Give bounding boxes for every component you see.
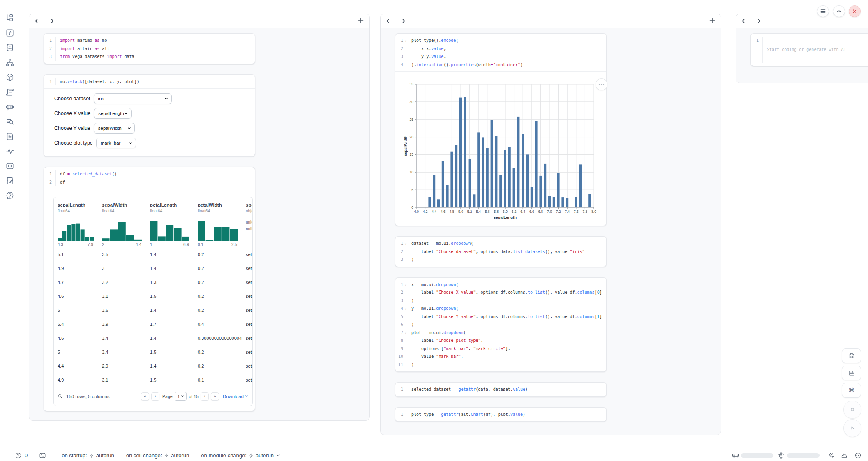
column-range: 24.4	[102, 242, 146, 247]
svg-text:5.8: 5.8	[494, 210, 499, 214]
ai-chat-icon[interactable]	[5, 102, 14, 111]
table-row: 4.42.91.40.2setosa	[54, 359, 252, 373]
page-select[interactable]: 1	[175, 392, 187, 401]
gear-icon	[836, 9, 842, 14]
table-cell: 0.2	[194, 252, 242, 257]
code-line: plot_type().encode(	[411, 37, 523, 45]
keyboard-shortcuts-button[interactable]: ⌘	[842, 383, 861, 398]
code-cell-imports[interactable]: 123import marimo as moimport altair as a…	[44, 33, 255, 64]
empty-code-cell[interactable]: 1 Start coding or generate with AI	[750, 33, 868, 66]
table-cell: setosa	[242, 294, 253, 299]
chart-options-button[interactable]	[596, 78, 607, 90]
connection-status-button[interactable]	[854, 452, 861, 459]
download-button[interactable]: Download	[223, 394, 249, 399]
table-column-header[interactable]: petalWidthfloat640.12.5	[194, 203, 242, 247]
table-cell: 1.5	[146, 294, 194, 299]
bar-chart[interactable]: 4.04.24.44.64.85.05.25.45.65.86.06.26.46…	[395, 74, 606, 222]
code-cell-plot[interactable]: 1v234plot_type().encode( x=x.value, y=y.…	[395, 33, 607, 226]
scratchpad-icon[interactable]	[5, 88, 14, 97]
packages-icon[interactable]	[5, 73, 14, 82]
notes-icon[interactable]	[5, 176, 14, 185]
table-column-header[interactable]: petalLengthfloat6416.9	[146, 203, 194, 247]
code-cell-dataframe[interactable]: 12df = selected_dataset()df sepalLengthf…	[44, 167, 255, 411]
code-line: value="mark_bar",	[411, 353, 602, 361]
snippets-icon[interactable]	[5, 161, 14, 171]
shutdown-button[interactable]	[849, 5, 861, 17]
settings-button[interactable]	[833, 5, 845, 17]
column-move-right-button[interactable]	[50, 18, 55, 23]
add-cell-button[interactable]	[358, 18, 364, 23]
datasources-icon[interactable]	[5, 43, 14, 52]
notebook-column-1: 123import marimo as moimport altair as a…	[29, 14, 370, 421]
fold-chevron-icon[interactable]: v	[405, 305, 406, 313]
variables-icon[interactable]	[5, 28, 14, 37]
table-column-header[interactable]: speciesobjectunique:nulls:	[242, 203, 253, 247]
table-column-header[interactable]: sepalWidthfloat6424.4	[98, 203, 146, 247]
svg-text:sepalLength: sepalLength	[494, 215, 517, 219]
line-number: 11	[395, 361, 407, 369]
stop-kernel-button[interactable]	[843, 401, 861, 419]
editor-placeholder[interactable]: Start coding or generate with AI	[767, 46, 846, 54]
svg-text:4.8: 4.8	[449, 210, 454, 214]
column-move-right-button[interactable]	[401, 18, 406, 23]
ai-sparkles-button[interactable]	[828, 452, 835, 459]
fold-chevron-icon[interactable]: v	[405, 329, 406, 337]
fold-chevron-icon[interactable]: v	[405, 37, 406, 45]
svg-text:5.6: 5.6	[485, 210, 490, 214]
column-move-left-button[interactable]	[741, 18, 746, 23]
terminal-button[interactable]	[39, 452, 46, 459]
file-explorer-icon[interactable]	[5, 14, 14, 23]
robot-icon	[840, 452, 848, 459]
table-column-header[interactable]: sepalLengthfloat644.37.9	[54, 203, 98, 247]
dataframe-table: sepalLengthfloat644.37.9sepalWidthfloat6…	[53, 197, 253, 406]
code-cell-vstack[interactable]: 1mo.vstack([dataset, x, y, plot]) Choose…	[44, 74, 255, 157]
save-button[interactable]	[842, 348, 861, 363]
table-row: 4.63.11.50.2setosa	[54, 289, 252, 303]
table-cell: setosa	[242, 266, 253, 271]
code-cell-xy-plot-dropdowns[interactable]: 1v234v567v891011x = mo.ui.dropdown( labe…	[395, 277, 607, 372]
dropdown-select[interactable]: sepalLength	[94, 108, 132, 119]
fold-chevron-icon[interactable]: v	[405, 240, 406, 248]
run-setting-value: autorun	[171, 452, 189, 459]
table-header-row: sepalLengthfloat644.37.9sepalWidthfloat6…	[54, 197, 252, 247]
page-total-label: of 15	[189, 394, 198, 399]
dependency-graph-icon[interactable]	[5, 58, 14, 67]
logs-icon[interactable]	[5, 117, 14, 126]
svg-text:5.2: 5.2	[467, 210, 472, 214]
stop-icon	[849, 406, 856, 413]
previous-page-button[interactable]: ‹	[151, 392, 159, 401]
column-dtype: float64	[58, 209, 98, 213]
first-page-button[interactable]: «	[141, 392, 149, 401]
dropdown-select[interactable]: mark_bar	[96, 138, 136, 148]
range-min: 0.1	[198, 242, 203, 247]
fold-chevron-icon[interactable]: v	[405, 281, 406, 289]
error-count-badge[interactable]: 0	[15, 452, 28, 459]
svg-text:6.2: 6.2	[512, 210, 517, 214]
code-cell-dataset-dropdown[interactable]: 1v23dataset = mo.ui.dropdown( label="Cho…	[395, 236, 607, 267]
add-cell-button[interactable]	[709, 18, 715, 23]
tracing-icon[interactable]	[5, 147, 14, 156]
run-all-button[interactable]	[843, 419, 861, 437]
chevron-down-icon	[181, 394, 185, 398]
code-cell-plot-type[interactable]: 1plot_type = getattr(alt.Chart(df), plot…	[395, 407, 607, 422]
table-cell: 4.4	[54, 364, 98, 369]
notebook-menu-button[interactable]	[817, 5, 829, 17]
dropdown-select[interactable]: sepalWidth	[94, 123, 135, 134]
autorun-settings[interactable]: on startup:autorunon cell change:autorun…	[62, 452, 280, 459]
code-line: x=x.value,	[411, 45, 523, 53]
search-icon[interactable]	[58, 394, 63, 399]
next-page-button[interactable]: ›	[201, 392, 209, 401]
column-move-left-button[interactable]	[386, 18, 390, 23]
column-move-left-button[interactable]	[34, 18, 39, 23]
dropdown-select[interactable]: iris	[94, 93, 172, 104]
layout-toggle-button[interactable]	[842, 366, 861, 380]
range-max: 7.9	[88, 242, 93, 247]
help-icon[interactable]	[5, 191, 14, 200]
code-cell-selected-dataset[interactable]: 1selected_dataset = getattr(data, datase…	[395, 382, 607, 397]
ai-assistant-button[interactable]	[840, 452, 848, 459]
last-page-button[interactable]: »	[211, 392, 219, 401]
generate-with-ai-link[interactable]: generate	[806, 47, 826, 52]
line-number: 3	[395, 256, 407, 264]
column-move-right-button[interactable]	[757, 18, 762, 23]
documentation-icon[interactable]	[5, 132, 14, 141]
